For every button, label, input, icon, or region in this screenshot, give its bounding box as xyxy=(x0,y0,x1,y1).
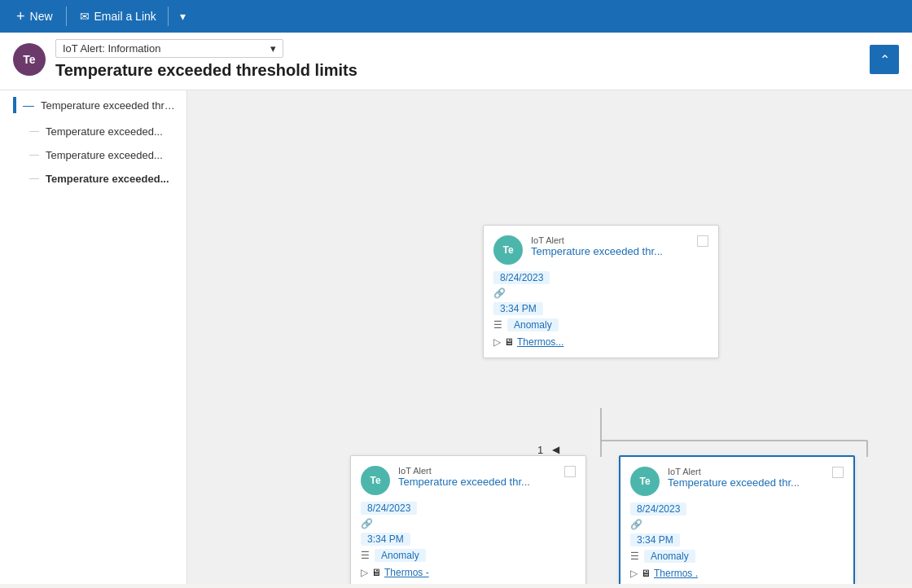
top-card-info: IoT Alert Temperature exceeded thr... xyxy=(531,235,663,257)
sidebar-minus-icon: — xyxy=(23,99,34,112)
sidebar-child-label-1: Temperature exceeded... xyxy=(46,149,163,161)
top-card-time-row: 3:34 PM xyxy=(493,302,708,315)
bl-card-info: IoT Alert Temperature exceeded thr... xyxy=(398,466,530,488)
br-card-link[interactable]: Thermos . xyxy=(654,568,698,579)
sidebar-active-indicator xyxy=(13,97,16,113)
top-card-avatar: Te xyxy=(493,235,523,265)
dropdown-chevron-icon: ▾ xyxy=(270,42,276,55)
toolbar-divider-2 xyxy=(168,7,169,26)
sidebar: — Temperature exceeded thresh... Tempera… xyxy=(0,90,187,584)
email-link-button[interactable]: ✉ Email a Link xyxy=(73,7,163,26)
top-card-footer: ▷ 🖥 Thermos... xyxy=(493,336,708,348)
br-arrow-icon: ▷ xyxy=(630,568,638,579)
avatar: Te xyxy=(13,43,46,76)
bl-card-icon-row: 🔗 xyxy=(361,518,576,529)
br-card-avatar: Te xyxy=(630,467,660,496)
prev-icon: ◀ xyxy=(552,444,559,455)
top-card-type: IoT Alert xyxy=(531,235,663,245)
sidebar-child-label-2: Temperature exceeded... xyxy=(46,173,169,185)
link-icon: 🔗 xyxy=(493,287,506,299)
top-card-date: 8/24/2023 xyxy=(493,271,550,284)
br-card-date: 8/24/2023 xyxy=(630,502,686,516)
header-content: IoT Alert: Information ▾ Temperature exc… xyxy=(55,39,860,80)
bl-card-category-row: ☰ Anomaly xyxy=(361,549,576,562)
header: Te IoT Alert: Information ▾ Temperature … xyxy=(0,33,912,90)
new-button[interactable]: + New xyxy=(10,5,59,29)
br-card-category-row: ☰ Anomaly xyxy=(630,550,844,563)
top-card-link[interactable]: Thermos... xyxy=(517,336,563,348)
sidebar-child-item-2[interactable]: Temperature exceeded... xyxy=(0,167,186,191)
sidebar-child-item-0[interactable]: Temperature exceeded... xyxy=(0,120,186,143)
sidebar-child-line-1 xyxy=(29,155,39,156)
category-icon: ☰ xyxy=(493,319,502,331)
top-card-checkbox[interactable] xyxy=(697,235,708,247)
dropdown-arrow-button[interactable]: ▾ xyxy=(173,7,192,26)
bl-card-date-row: 8/24/2023 xyxy=(361,502,576,515)
sidebar-child-line-2 xyxy=(29,178,39,179)
br-card-info: IoT Alert Temperature exceeded thr... xyxy=(668,467,800,489)
top-card-category: Anomaly xyxy=(507,318,559,331)
br-card-checkbox[interactable] xyxy=(832,467,844,478)
bl-card-time-row: 3:34 PM xyxy=(361,533,576,546)
sidebar-child-line xyxy=(29,131,39,132)
page-title: Temperature exceeded threshold limits xyxy=(55,61,860,80)
top-alert-card: Te IoT Alert Temperature exceeded thr...… xyxy=(483,225,719,358)
chevron-down-icon: ▾ xyxy=(180,10,186,23)
main-content: — Temperature exceeded thresh... Tempera… xyxy=(0,90,912,584)
br-card-date-row: 8/24/2023 xyxy=(630,502,844,516)
top-card-date-row: 8/24/2023 xyxy=(493,271,708,284)
top-card-category-row: ☰ Anomaly xyxy=(493,318,708,331)
bl-category-icon: ☰ xyxy=(361,550,370,561)
br-card-icon-row: 🔗 xyxy=(630,519,844,530)
canvas-area: Te IoT Alert Temperature exceeded thr...… xyxy=(187,90,912,584)
sidebar-child-item-1[interactable]: Temperature exceeded... xyxy=(0,143,186,167)
arrow-icon: ▷ xyxy=(493,336,501,348)
bl-card-category: Anomaly xyxy=(375,549,426,562)
top-card-time: 3:34 PM xyxy=(493,302,543,315)
bl-card-date: 8/24/2023 xyxy=(361,502,417,515)
top-card-title[interactable]: Temperature exceeded thr... xyxy=(531,245,663,257)
bottom-right-alert-card: Te IoT Alert Temperature exceeded thr...… xyxy=(619,455,855,584)
email-icon: ✉ xyxy=(80,10,90,23)
bl-card-time: 3:34 PM xyxy=(361,533,410,546)
br-card-footer: ▷ 🖥 Thermos . xyxy=(630,568,844,579)
bl-card-avatar: Te xyxy=(361,466,390,495)
bl-link-icon: 🔗 xyxy=(361,518,373,529)
bl-card-footer: ▷ 🖥 Thermos - xyxy=(361,567,576,578)
bl-card-checkbox[interactable] xyxy=(564,466,576,477)
br-card-category: Anomaly xyxy=(644,550,695,563)
br-card-time-row: 3:34 PM xyxy=(630,533,844,546)
toolbar-divider xyxy=(66,7,67,26)
email-label: Email a Link xyxy=(94,10,156,23)
sidebar-root-item[interactable]: — Temperature exceeded thresh... xyxy=(0,90,186,120)
collapse-button[interactable]: ⌃ xyxy=(870,45,899,74)
br-category-icon: ☰ xyxy=(630,551,639,562)
dropdown-label: IoT Alert: Information xyxy=(63,42,160,55)
toolbar: + New ✉ Email a Link ▾ xyxy=(0,0,912,33)
top-card-header: Te IoT Alert Temperature exceeded thr... xyxy=(493,235,663,265)
bl-card-header: Te IoT Alert Temperature exceeded thr... xyxy=(361,466,530,495)
sidebar-root-label: Temperature exceeded thresh... xyxy=(41,99,177,112)
br-card-header: Te IoT Alert Temperature exceeded thr... xyxy=(630,467,800,496)
bl-arrow-icon: ▷ xyxy=(361,567,368,578)
br-device-icon: 🖥 xyxy=(641,568,651,579)
br-link-icon: 🔗 xyxy=(630,519,642,530)
view-dropdown[interactable]: IoT Alert: Information ▾ xyxy=(55,39,283,58)
bl-card-title[interactable]: Temperature exceeded thr... xyxy=(398,476,530,488)
collapse-icon: ⌃ xyxy=(879,52,890,68)
page-number: 1 xyxy=(537,444,543,456)
device-icon: 🖥 xyxy=(504,336,514,348)
new-label: New xyxy=(30,10,53,23)
br-card-time: 3:34 PM xyxy=(630,533,680,546)
br-card-type: IoT Alert xyxy=(668,467,800,476)
sidebar-child-label-0: Temperature exceeded... xyxy=(46,125,163,138)
bl-card-type: IoT Alert xyxy=(398,466,530,476)
br-card-title[interactable]: Temperature exceeded thr... xyxy=(668,476,800,489)
bl-device-icon: 🖥 xyxy=(371,567,381,578)
plus-icon: + xyxy=(16,8,25,25)
bl-card-link[interactable]: Thermos - xyxy=(384,567,429,578)
top-card-icon-row: 🔗 xyxy=(493,287,708,299)
bottom-left-alert-card: Te IoT Alert Temperature exceeded thr...… xyxy=(350,455,586,584)
